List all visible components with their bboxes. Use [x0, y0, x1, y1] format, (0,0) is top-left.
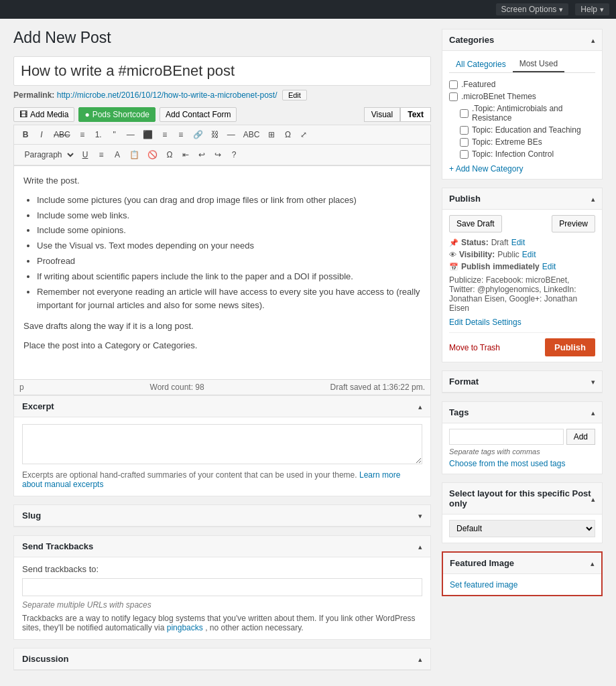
redo-button[interactable]: ↪ — [210, 148, 225, 161]
list-item: If writing about scientific papers inclu… — [37, 270, 421, 284]
visibility-row: Visibility: Public Edit — [449, 250, 595, 259]
most-used-tags-link[interactable]: Choose from the most used tags — [449, 459, 565, 468]
discussion-box: Discussion — [13, 648, 431, 671]
hr-button[interactable]: — — [123, 128, 138, 141]
most-used-tab[interactable]: Most Used — [513, 56, 564, 72]
excerpt-header[interactable]: Excerpt — [14, 396, 430, 417]
category-item: .microBEnet Themes — [449, 90, 595, 102]
layout-toggle-icon — [591, 494, 595, 504]
publish-button[interactable]: Publish — [545, 338, 595, 356]
tags-header[interactable]: Tags — [442, 402, 602, 423]
format-header[interactable]: Format — [442, 371, 602, 393]
settings-link[interactable]: Settings — [492, 318, 521, 327]
discussion-header[interactable]: Discussion — [14, 648, 430, 670]
edit-details-link[interactable]: Edit Details — [449, 318, 490, 327]
text-color-button[interactable]: A — [110, 148, 125, 161]
category-checkbox[interactable] — [460, 138, 469, 147]
page-title: Add New Post — [13, 29, 431, 47]
editor-para1: Save drafts along the way if it is a lon… — [23, 320, 421, 334]
add-contact-form-button[interactable]: Add Contact Form — [160, 107, 237, 122]
schedule-row: Publish immediately Edit — [449, 262, 595, 271]
category-checkbox[interactable] — [460, 109, 469, 118]
special-char-button[interactable]: Ω — [280, 128, 295, 141]
categories-box: Categories All Categories Most Used .Fea… — [442, 29, 603, 180]
top-bar: Screen Options Help — [0, 0, 616, 19]
post-title-input[interactable] — [13, 56, 431, 86]
unlink-button[interactable]: ⛓ — [208, 128, 223, 141]
permalink-link[interactable]: http://microbe.net/2016/10/12/how-to-wri… — [57, 90, 278, 100]
publish-action-row: Save Draft Preview — [449, 215, 595, 232]
editor-area[interactable]: Write the post. Include some pictures (y… — [13, 165, 431, 380]
trackbacks-label: Send trackbacks to: — [22, 564, 99, 574]
ordered-list-button[interactable]: 1. — [91, 128, 106, 141]
format-select[interactable]: Paragraph — [18, 147, 76, 162]
excerpt-textarea[interactable] — [22, 424, 422, 464]
add-tag-button[interactable]: Add — [566, 429, 595, 445]
link-button[interactable]: 🔗 — [190, 128, 206, 141]
outdent-button[interactable]: ⇤ — [178, 148, 193, 161]
pods-icon: ● — [84, 110, 89, 119]
category-checkbox[interactable] — [449, 92, 458, 101]
visibility-edit-link[interactable]: Edit — [522, 250, 536, 259]
format-toggle-icon — [591, 376, 595, 387]
align-left-button[interactable]: ⬛ — [139, 128, 156, 141]
discussion-toggle-icon — [418, 654, 422, 664]
table-button[interactable]: ⊞ — [264, 128, 279, 141]
slug-header[interactable]: Slug — [14, 505, 430, 527]
publicize-info: Publicize: Facebook: microBEnet, Twitter… — [449, 275, 595, 313]
preview-button[interactable]: Preview — [552, 215, 595, 232]
more-tag-button[interactable]: — — [224, 128, 239, 141]
save-draft-button[interactable]: Save Draft — [449, 215, 502, 232]
tags-input[interactable] — [449, 429, 564, 445]
move-trash-link[interactable]: Move to Trash — [449, 343, 500, 352]
help-button[interactable]: Help — [575, 3, 609, 15]
italic-button[interactable]: I — [34, 128, 49, 141]
featured-image-header[interactable]: Featured Image — [443, 553, 601, 574]
align-right-button[interactable]: ≡ — [174, 128, 188, 141]
category-label: .Featured — [461, 80, 495, 89]
set-featured-image-link[interactable]: Set featured image — [450, 580, 517, 590]
unordered-list-button[interactable]: ≡ — [75, 128, 90, 141]
visual-button[interactable]: Visual — [364, 107, 400, 122]
special-chars-button[interactable]: Ω — [162, 148, 177, 161]
help-editor-button[interactable]: ? — [227, 148, 241, 161]
category-checkbox[interactable] — [460, 126, 469, 135]
undo-button[interactable]: ↩ — [194, 148, 209, 161]
pods-shortcode-button[interactable]: ● Pods Shortcode — [78, 107, 156, 122]
publish-header[interactable]: Publish — [442, 188, 602, 210]
clear-format-button[interactable]: 🚫 — [144, 148, 161, 161]
pingbacks-link[interactable]: pingbacks — [167, 623, 203, 632]
align-center-button[interactable]: ≡ — [158, 128, 172, 141]
underline-button[interactable]: U — [78, 148, 93, 161]
category-checkbox[interactable] — [449, 80, 458, 89]
tags-note: Separate tags with commas — [449, 448, 595, 456]
add-new-category-link[interactable]: + Add New Category — [449, 164, 595, 174]
bold-button[interactable]: B — [18, 128, 33, 141]
schedule-edit-link[interactable]: Edit — [542, 262, 556, 271]
layout-header[interactable]: Select layout for this specific Post onl… — [442, 483, 602, 514]
permalink-edit-button[interactable]: Edit — [282, 90, 307, 100]
category-checkbox[interactable] — [460, 150, 469, 159]
category-item: .Featured — [449, 78, 595, 90]
text-button[interactable]: Text — [400, 107, 431, 122]
blockquote-button[interactable]: " — [107, 128, 122, 141]
status-edit-link[interactable]: Edit — [511, 238, 526, 247]
screen-options-button[interactable]: Screen Options — [496, 3, 569, 15]
list-item: Include some web links. — [37, 209, 421, 223]
justify-button[interactable]: ≡ — [94, 148, 109, 161]
trackbacks-header[interactable]: Send Trackbacks — [14, 536, 430, 557]
publish-body: Save Draft Preview Status: Draft Edit Vi… — [442, 210, 602, 362]
trackbacks-input[interactable] — [22, 578, 422, 596]
editor-format-toolbar-1: B I ABC ≡ 1. " — ⬛ ≡ ≡ 🔗 ⛓ — ABC ⊞ Ω ⤢ — [13, 125, 431, 144]
categories-header[interactable]: Categories — [442, 29, 602, 51]
add-media-button[interactable]: 🎞 Add Media — [13, 107, 74, 122]
featured-image-body: Set featured image — [443, 574, 601, 595]
layout-select[interactable]: Default — [449, 520, 595, 537]
strikethrough-button[interactable]: ABC — [50, 128, 74, 141]
fullscreen-button[interactable]: ⤢ — [296, 128, 311, 141]
spell-check-button[interactable]: ABC — [240, 128, 263, 141]
help-chevron — [600, 5, 604, 14]
all-categories-tab[interactable]: All Categories — [449, 56, 513, 72]
categories-tabs: All Categories Most Used — [449, 56, 595, 73]
paste-word-button[interactable]: 📋 — [126, 148, 143, 161]
